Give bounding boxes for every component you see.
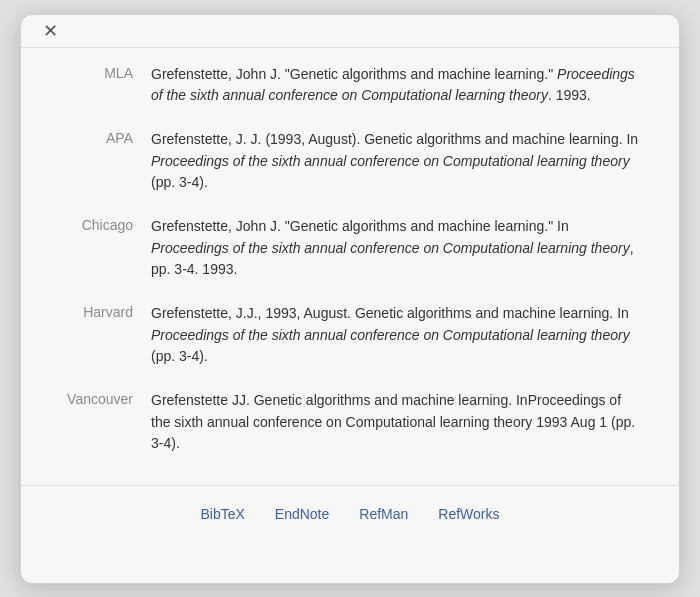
modal-header: ✕ xyxy=(21,15,679,48)
footer-links: BibTeXEndNoteRefManRefWorks xyxy=(21,490,679,526)
citation-row: ChicagoGrefenstette, John J. "Genetic al… xyxy=(61,216,639,281)
citation-text: Grefenstette, J.J., 1993, August. Geneti… xyxy=(151,303,639,368)
citation-row: HarvardGrefenstette, J.J., 1993, August.… xyxy=(61,303,639,368)
footer-link[interactable]: RefWorks xyxy=(438,506,499,522)
citation-label: MLA xyxy=(61,64,151,81)
footer-link[interactable]: BibTeX xyxy=(200,506,244,522)
citation-row: VancouverGrefenstette JJ. Genetic algori… xyxy=(61,390,639,455)
citation-label: Harvard xyxy=(61,303,151,320)
footer-link[interactable]: EndNote xyxy=(275,506,329,522)
footer-link[interactable]: RefMan xyxy=(359,506,408,522)
citation-label: APA xyxy=(61,129,151,146)
citations-container: MLAGrefenstette, John J. "Genetic algori… xyxy=(21,48,679,486)
citation-label: Chicago xyxy=(61,216,151,233)
close-button[interactable]: ✕ xyxy=(39,18,62,44)
citation-text: Grefenstette JJ. Genetic algorithms and … xyxy=(151,390,639,455)
citation-text: Grefenstette, J. J. (1993, August). Gene… xyxy=(151,129,639,194)
citation-row: APAGrefenstette, J. J. (1993, August). G… xyxy=(61,129,639,194)
citation-text: Grefenstette, John J. "Genetic algorithm… xyxy=(151,216,639,281)
footer-divider xyxy=(21,485,679,486)
citation-label: Vancouver xyxy=(61,390,151,407)
cite-modal: ✕ MLAGrefenstette, John J. "Genetic algo… xyxy=(20,14,680,584)
citation-row: MLAGrefenstette, John J. "Genetic algori… xyxy=(61,64,639,107)
citation-text: Grefenstette, John J. "Genetic algorithm… xyxy=(151,64,639,107)
